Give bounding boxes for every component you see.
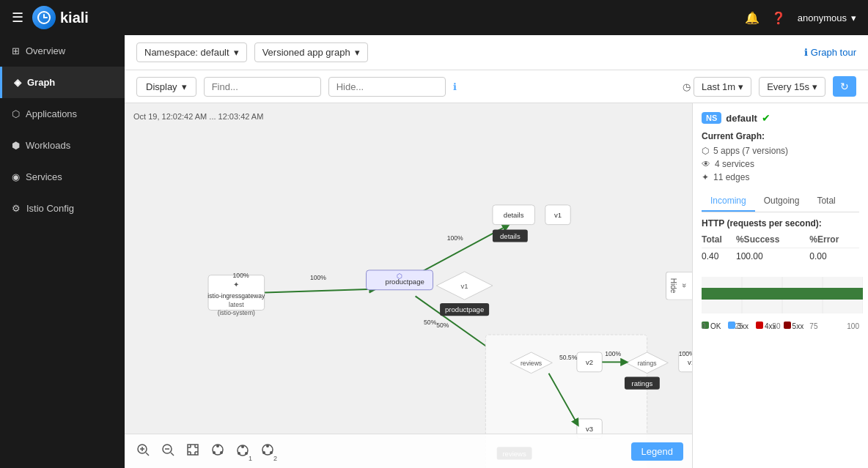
fit-button[interactable] [183, 440, 202, 462]
graph-icon: ◈ [14, 77, 21, 88]
axis-75: 75 [809, 322, 817, 330]
right-panel: NS default ✔ Current Graph: ⬡ 5 apps (7 … [692, 103, 868, 468]
layout1-button[interactable]: 1 [233, 441, 252, 462]
istio-icon: ⚙ [12, 203, 21, 214]
svg-point-69 [216, 445, 219, 447]
http-table: Total %Success %Error 0.40 100.00 0.00 [702, 234, 859, 264]
axis-50: 50 [772, 322, 780, 330]
refresh-icon: ↻ [840, 81, 849, 92]
svg-text:istio-ingressgateway: istio-ingressgateway [207, 292, 265, 300]
zoom-in-button[interactable] [133, 440, 152, 462]
svg-text:v3: v3 [586, 425, 593, 433]
hide-panel-tab[interactable]: » Hide [666, 272, 692, 300]
col-error: %Error [809, 234, 859, 248]
menu-icon[interactable]: ☰ [12, 10, 23, 26]
time-dropdown-icon: ▾ [738, 81, 743, 92]
time-selector[interactable]: Last 1m ▾ [694, 77, 751, 97]
namespace-label: Namespace: default [144, 47, 229, 58]
zoom-out-button[interactable] [158, 440, 177, 462]
display-label: Display [146, 81, 177, 92]
sidebar-label-services: Services [26, 171, 62, 182]
node-ingress[interactable]: ✦ istio-ingressgateway latest (istio-sys… [207, 275, 265, 317]
sidebar-item-overview[interactable]: ⊞ Overview [0, 35, 125, 67]
val-total: 0.40 [702, 248, 736, 265]
content: Namespace: default ▾ Versioned app graph… [125, 35, 868, 468]
svg-line-58 [171, 453, 174, 456]
svg-text:v1: v1 [461, 282, 468, 290]
graph-tour-button[interactable]: ℹ Graph tour [804, 47, 856, 58]
node-productpage-service[interactable]: ⬡ productpage [367, 270, 433, 290]
svg-text:ratings: ratings [638, 360, 657, 367]
svg-text:ratings: ratings [632, 379, 653, 387]
hide-input[interactable] [328, 77, 446, 97]
sidebar-label-applications: Applications [26, 108, 77, 119]
help-icon[interactable]: ❓ [771, 11, 786, 25]
ns-badge: NS [702, 112, 721, 124]
bell-icon[interactable]: 🔔 [745, 11, 760, 25]
axis-25: 25 [735, 322, 743, 330]
sidebar: ⊞ Overview ◈ Graph ⬡ Applications ⬢ Work… [0, 35, 125, 468]
topbar-icons: 🔔 ❓ anonymous ▾ [745, 11, 856, 25]
toolbar-row2: Display ▾ ℹ ◷ Last 1m ▾ Every 15s ▾ ↻ [125, 70, 868, 103]
layout2-label: 2 [273, 455, 277, 462]
tabs-row: Incoming Outgoing Total [702, 191, 859, 212]
tab-outgoing[interactable]: Outgoing [755, 191, 809, 212]
graph-type-label: Versioned app graph [262, 47, 350, 58]
find-input[interactable] [204, 77, 321, 97]
node-reviews-v2[interactable]: v2 [577, 352, 602, 372]
svg-point-78 [262, 451, 265, 454]
sidebar-item-applications[interactable]: ⬡ Applications [0, 98, 125, 130]
graph-type-dropdown-icon: ▾ [355, 47, 360, 58]
graph-panel-area: Oct 19, 12:02:42 AM ... 12:03:42 AM 10 [125, 103, 868, 468]
svg-point-71 [220, 451, 223, 454]
node-productpage-v1[interactable]: v1 productpage [436, 272, 493, 316]
svg-point-73 [241, 445, 244, 448]
axis-100: 100 [847, 322, 859, 330]
tab-total[interactable]: Total [808, 191, 844, 212]
col-total: Total [702, 234, 736, 248]
hide-tab-label: Hide [669, 278, 677, 294]
interval-dropdown-icon: ▾ [812, 81, 817, 92]
apps-icon: ⬡ [702, 146, 709, 156]
layout2-button[interactable]: 2 [258, 440, 277, 462]
node-details-service[interactable]: details [493, 205, 534, 225]
refresh-button[interactable]: ↻ [833, 76, 856, 97]
svg-text:v1: v1 [688, 358, 692, 366]
layout-auto-button[interactable] [208, 440, 227, 462]
svg-line-1 [265, 289, 373, 293]
svg-point-79 [270, 451, 273, 454]
display-dropdown-icon: ▾ [182, 81, 187, 92]
logo-icon [32, 6, 56, 29]
chart-svg [702, 273, 863, 317]
services-info: 👁 4 services [702, 159, 859, 169]
tab-incoming[interactable]: Incoming [702, 191, 755, 212]
namespace-selector[interactable]: Namespace: default ▾ [136, 42, 247, 62]
graph-area[interactable]: Oct 19, 12:02:42 AM ... 12:03:42 AM 10 [125, 103, 692, 468]
sidebar-item-istio-config[interactable]: ⚙ Istio Config [0, 193, 125, 224]
http-title: HTTP (requests per second): [702, 218, 859, 229]
interval-selector[interactable]: Every 15s ▾ [759, 77, 825, 97]
svg-text:✦: ✦ [233, 281, 239, 289]
services-icon: 👁 [702, 159, 710, 169]
sidebar-item-workloads[interactable]: ⬢ Workloads [0, 130, 125, 161]
http-table-row: 0.40 100.00 0.00 [702, 248, 859, 265]
filter-info-icon: ℹ [453, 81, 457, 92]
sidebar-label-istio: Istio Config [26, 203, 74, 214]
legend-button[interactable]: Legend [631, 442, 683, 461]
user-menu[interactable]: anonymous ▾ [798, 12, 856, 23]
user-dropdown-icon: ▾ [851, 12, 856, 23]
val-success: 100.00 [736, 248, 809, 265]
axis-0: 0 [702, 322, 706, 330]
sidebar-label-graph: Graph [27, 77, 55, 88]
edges-info: ✦ 11 edges [702, 172, 859, 182]
current-graph-title: Current Graph: [702, 131, 859, 141]
graph-tour-label: Graph tour [811, 47, 856, 58]
display-button[interactable]: Display ▾ [136, 77, 196, 97]
applications-icon: ⬡ [12, 108, 20, 119]
svg-text:100%: 100% [310, 274, 326, 281]
sidebar-item-services[interactable]: ◉ Services [0, 161, 125, 193]
logo: kiali [32, 6, 89, 29]
legend-label: Legend [641, 446, 673, 457]
graph-type-selector[interactable]: Versioned app graph ▾ [254, 42, 368, 62]
sidebar-item-graph[interactable]: ◈ Graph [0, 67, 125, 98]
